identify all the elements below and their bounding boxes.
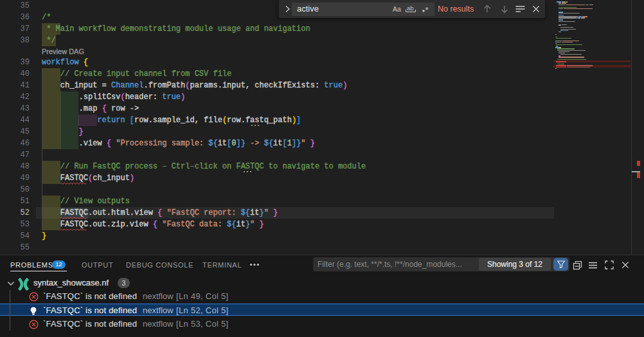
svg-text:ab: ab	[407, 5, 414, 12]
svg-text:*: *	[425, 5, 429, 14]
